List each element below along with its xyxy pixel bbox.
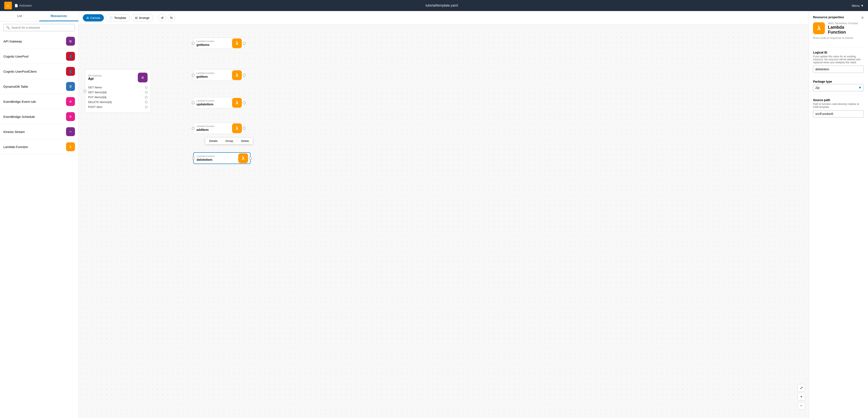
svg-text:⊞: ⊞ <box>69 39 72 43</box>
props-panel-title: Resource properties <box>813 15 844 19</box>
divider-1 <box>813 47 864 48</box>
context-menu-delete[interactable]: Delete <box>237 138 253 144</box>
api-name: Api <box>88 77 102 81</box>
main-layout: List Resources 🔍 API Gateway ⊞ Cognito U… <box>0 11 868 418</box>
route-connector-2 <box>145 91 148 94</box>
svg-text:〜: 〜 <box>69 130 72 133</box>
sidebar-item-cognito-userpoolclient[interactable]: Cognito UserPoolClient 👤 <box>0 64 79 79</box>
lambda-icon-addItem: λ <box>232 123 242 133</box>
connector-deleteItem-right <box>249 157 252 160</box>
package-type-select[interactable]: Zip Image <box>813 84 864 91</box>
fit-view-button[interactable]: ⤢ <box>798 384 805 392</box>
canvas-button[interactable]: ⊞ Canvas <box>83 14 104 22</box>
node-getItem[interactable]: Lambda Function getItem λ <box>193 69 244 81</box>
sidebar-search-area: 🔍 <box>0 22 79 34</box>
source-path-input[interactable] <box>813 110 864 117</box>
svg-text:👤: 👤 <box>69 55 72 58</box>
connector-api-left <box>84 90 86 93</box>
lambda-icon-getItem: λ <box>232 70 242 80</box>
route-put-items-id: PUT /items/{id} <box>88 95 148 100</box>
connector-addItem-left <box>192 127 195 130</box>
zoom-in-button[interactable]: + <box>798 393 805 400</box>
connector-getItem-right <box>243 74 246 77</box>
props-resource-name: LambdaFunction <box>828 25 858 35</box>
zoom-in-icon: + <box>800 395 803 399</box>
eventbridge-event-rule-label: EventBridge Event rule <box>3 100 36 103</box>
eventbridge-event-rule-icon: ⚙ <box>66 97 75 106</box>
sidebar-item-lambda-function[interactable]: Lambda Function λ <box>0 139 79 154</box>
sidebar-item-api-gateway[interactable]: API Gateway ⊞ <box>0 34 79 49</box>
svg-text:⊞: ⊞ <box>142 76 144 79</box>
sidebar-item-eventbridge-schedule[interactable]: EventBridge Schedule ⚙ <box>0 109 79 124</box>
node-addItem[interactable]: Lambda Function addItem λ <box>193 123 244 134</box>
connector-updateItem-right <box>243 101 246 104</box>
resource-list: API Gateway ⊞ Cognito UserPool 👤 Cognito… <box>0 34 79 418</box>
route-delete-items-id: DELETE /items/{id} <box>88 100 148 104</box>
connector-updateItem-left <box>192 101 195 104</box>
node-deleteItem-name: deleteItem <box>197 158 235 161</box>
sidebar-item-kinesis-stream[interactable]: Kinesis Stream 〜 <box>0 124 79 139</box>
node-getItems-type: Lambda Function <box>196 40 229 42</box>
route-connector-4 <box>145 101 148 103</box>
node-getItem-type: Lambda Function <box>196 72 229 74</box>
logical-id-label: Logical ID <box>813 51 864 54</box>
sidebar-item-dynamodb-table[interactable]: DynamoDB Table 🗄 <box>0 79 79 94</box>
props-lambda-icon: λ <box>813 22 825 34</box>
api-type-label: API Gateway <box>88 74 102 77</box>
node-deleteItem-type: Lambda Function <box>197 155 235 157</box>
sidebar-item-cognito-userpool[interactable]: Cognito UserPool 👤 <box>0 49 79 64</box>
logical-id-input[interactable] <box>813 66 864 73</box>
connector-addItem-right <box>243 127 246 130</box>
tab-list[interactable]: List <box>0 11 39 21</box>
node-updateItem[interactable]: Lambda Function updateItem λ <box>193 97 244 108</box>
props-description: Runs code in response to events <box>813 36 864 39</box>
api-gateway-icon: ⊞ <box>66 37 75 46</box>
route-connector-3 <box>145 96 148 98</box>
redo-icon: ↻ <box>170 16 173 20</box>
cognito-userpoolclient-icon: 👤 <box>66 67 75 76</box>
connector-getItems-left <box>192 42 195 45</box>
svg-text:λ: λ <box>70 145 71 148</box>
redo-button[interactable]: ↻ <box>167 14 175 22</box>
kinesis-stream-icon: 〜 <box>66 127 75 136</box>
template-label: Template <box>114 16 126 20</box>
props-resource-header: λ AWS::Serverless::Function LambdaFuncti… <box>813 22 864 35</box>
home-button[interactable]: ⌂ <box>4 2 12 9</box>
search-box: 🔍 <box>3 24 75 31</box>
node-deleteItem[interactable]: Lambda Function deleteItem λ <box>193 152 251 164</box>
api-gateway-label: API Gateway <box>3 39 22 43</box>
api-gateway-node-icon: ⊞ <box>138 72 148 82</box>
canvas-controls: ⤢ + − <box>798 384 805 410</box>
node-getItems[interactable]: Lambda Function getItems λ <box>193 38 244 49</box>
arrange-button[interactable]: ⊟ Arrange <box>131 14 153 22</box>
autosave-label: Autosave <box>19 4 32 7</box>
context-menu-group[interactable]: Group <box>222 138 237 144</box>
node-updateItem-name: updateItem <box>196 102 229 106</box>
props-resource-type: AWS::Serverless::Function <box>828 22 858 25</box>
node-getItem-name: getItem <box>196 75 229 79</box>
template-button[interactable]: 📄 Template <box>105 14 130 22</box>
sidebar-item-eventbridge-event-rule[interactable]: EventBridge Event rule ⚙ <box>0 94 79 109</box>
menu-button[interactable]: Menu ▼ <box>852 4 864 7</box>
props-close-button[interactable]: × <box>861 15 864 20</box>
node-api[interactable]: API Gateway Api ⊞ GET /items GET /items/… <box>85 69 151 113</box>
node-addItem-type: Lambda Function <box>196 125 229 127</box>
tab-resources[interactable]: Resources <box>39 11 79 21</box>
lambda-function-icon: λ <box>66 142 75 151</box>
route-post-item: POST /item <box>88 104 148 109</box>
source-path-sublabel: Path to function code directory relative… <box>813 102 864 109</box>
zoom-out-button[interactable]: − <box>798 402 805 410</box>
context-menu-details[interactable]: Details <box>205 138 222 144</box>
canvas[interactable]: Lambda Function getItems λ API Gateway A… <box>79 25 809 418</box>
svg-text:👤: 👤 <box>69 70 72 73</box>
undo-button[interactable]: ↺ <box>158 14 166 22</box>
package-type-select-wrap: Zip Image ▼ <box>813 84 864 91</box>
route-get-items-id: GET /items/{id} <box>88 90 148 95</box>
arrange-icon: ⊟ <box>135 16 137 20</box>
lambda-icon-deleteItem: λ <box>238 153 248 163</box>
autosave-icon: 📄 <box>14 4 18 7</box>
cognito-userpool-icon: 👤 <box>66 52 75 61</box>
cognito-userpool-label: Cognito UserPool <box>3 55 28 58</box>
cognito-userpoolclient-label: Cognito UserPoolClient <box>3 70 36 73</box>
search-input[interactable] <box>11 26 72 29</box>
